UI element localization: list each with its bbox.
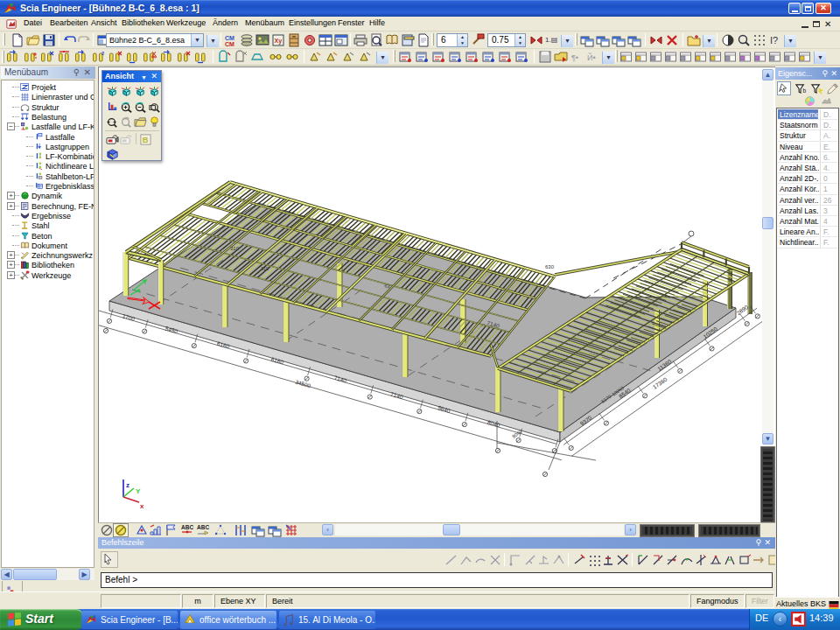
svg-text:ABC: ABC: [197, 524, 209, 530]
svg-text:B: B: [143, 136, 149, 144]
svg-text:17360: 17360: [652, 376, 668, 390]
svg-text:2: 2: [102, 51, 104, 56]
svg-text:I?: I?: [770, 35, 778, 46]
svg-text:34500: 34500: [295, 379, 312, 389]
svg-text:CM: CM: [225, 41, 234, 47]
svg-text:2890: 2890: [735, 304, 749, 316]
svg-text:z: z: [126, 481, 130, 489]
svg-text:ABC: ABC: [181, 524, 193, 530]
svg-text:310: 310: [261, 266, 269, 271]
svg-text:Й•: Й•: [587, 52, 596, 62]
svg-text:630: 630: [545, 264, 555, 270]
svg-text:Y: Y: [136, 487, 141, 495]
svg-text:b: b: [802, 88, 806, 94]
svg-text:CM: CM: [225, 35, 234, 41]
svg-text:¶•: ¶•: [571, 53, 578, 62]
svg-text:310: 310: [230, 246, 240, 251]
svg-text:Xy: Xy: [275, 38, 283, 45]
svg-text:x: x: [140, 502, 144, 510]
